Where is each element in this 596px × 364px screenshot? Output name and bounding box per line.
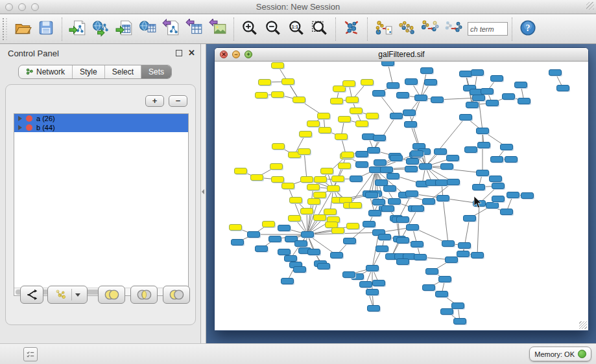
graph-node[interactable] [435,149,447,155]
disclosure-triangle-icon[interactable] [18,116,22,121]
graph-node[interactable] [387,83,399,89]
dropdown-caret-icon[interactable] [75,293,80,297]
graph-node[interactable] [470,89,483,95]
graph-node[interactable] [295,241,307,247]
graph-node[interactable] [339,117,351,122]
graph-node[interactable] [256,93,268,98]
graph-node[interactable] [272,92,284,98]
graph-node[interactable] [423,199,435,205]
paste-selection-button[interactable] [442,17,465,41]
graph-node[interactable] [332,228,344,234]
graph-node[interactable] [251,175,263,181]
toolbar-drag-handle[interactable] [3,18,7,40]
graph-node[interactable] [282,183,294,189]
graph-node[interactable] [315,177,327,183]
graph-node[interactable] [403,110,416,116]
graph-node[interactable] [347,223,359,229]
copy-selection-button[interactable] [418,17,442,41]
graph-edge[interactable] [477,203,479,255]
graph-node[interactable] [361,80,374,85]
graph-node[interactable] [507,192,519,198]
graph-node[interactable] [491,76,503,82]
graph-node[interactable] [421,68,433,74]
export-image-button[interactable] [206,17,230,41]
graph-node[interactable] [360,282,372,288]
graph-node[interactable] [366,113,379,119]
graph-node[interactable] [465,147,477,153]
graph-node[interactable] [356,162,368,168]
intersection-button[interactable] [130,286,158,304]
graph-node[interactable] [407,159,419,165]
hide-selected-button[interactable] [372,17,395,41]
graph-node[interactable] [294,267,306,273]
graph-node[interactable] [382,206,394,212]
graph-edge[interactable] [304,152,307,179]
graph-node[interactable] [436,291,448,297]
union-button[interactable] [98,286,125,304]
graph-node[interactable] [308,249,320,255]
graph-node[interactable] [473,185,485,190]
graph-node[interactable] [293,97,305,103]
select-first-neighbors-button[interactable] [395,17,418,41]
graph-node[interactable] [232,240,244,245]
graph-node[interactable] [491,157,503,163]
disclosure-triangle-icon[interactable] [18,125,22,130]
add-set-button[interactable]: + [145,95,164,107]
graph-node[interactable] [452,303,464,309]
graph-node[interactable] [350,176,363,182]
graph-node[interactable] [405,122,417,128]
graph-node[interactable] [300,131,312,137]
graph-node[interactable] [460,71,472,77]
graph-node[interactable] [406,191,418,197]
graph-node[interactable] [414,255,427,260]
graph-node[interactable] [289,216,301,222]
graph-node[interactable] [447,155,459,161]
network-window-titlebar[interactable]: ✕ − + galFiltered.sif [215,48,588,62]
graph-node[interactable] [518,98,530,104]
graph-node[interactable] [501,144,513,150]
graph-node[interactable] [263,222,275,227]
graph-node[interactable] [549,70,562,76]
graph-node[interactable] [328,186,340,192]
graph-node[interactable] [343,81,355,87]
graph-node[interactable] [343,272,355,278]
graph-node[interactable] [405,166,418,172]
graph-node[interactable] [388,199,401,205]
graph-node[interactable] [441,164,453,170]
apply-layout-button[interactable] [340,17,363,41]
graph-node[interactable] [374,135,386,141]
graph-node[interactable] [308,199,320,205]
search-input[interactable] [468,22,508,36]
graph-node[interactable] [412,206,424,212]
graph-node[interactable] [307,185,320,190]
graph-node[interactable] [397,259,409,265]
export-network-button[interactable] [160,17,183,41]
graph-node[interactable] [301,177,313,183]
graph-node[interactable] [481,89,494,95]
graph-node[interactable] [342,152,354,158]
graph-node[interactable] [515,82,527,88]
graph-node[interactable] [366,290,379,295]
graph-node[interactable] [230,225,242,231]
create-set-from-network-button[interactable] [47,286,88,304]
zoom-out-button[interactable] [261,17,285,41]
graph-node[interactable] [503,94,515,100]
graph-node[interactable] [490,176,502,182]
graph-node[interactable] [256,246,268,252]
graph-node[interactable] [441,309,453,315]
graph-node[interactable] [381,167,393,173]
graph-node[interactable] [460,115,472,120]
graph-node[interactable] [407,225,419,231]
graph-node[interactable] [339,163,351,169]
close-panel-icon[interactable]: ✕ [188,48,195,58]
graph-node[interactable] [439,277,451,282]
graph-node[interactable] [318,113,330,119]
panel-divider[interactable] [201,44,206,343]
import-table-file-button[interactable] [113,17,136,41]
graph-node[interactable] [319,128,331,133]
graph-node[interactable] [356,121,368,127]
graph-node[interactable] [557,85,569,91]
set-row-b[interactable]: b (44) [14,123,188,132]
import-table-url-button[interactable] [136,17,160,41]
graph-node[interactable] [464,216,476,222]
